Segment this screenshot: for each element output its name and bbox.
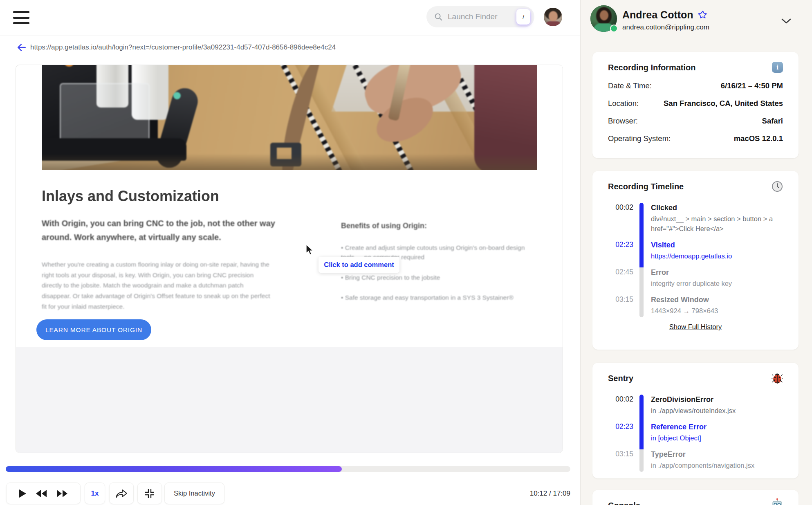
sentry-event[interactable]: 03:15 TypeError in ./app/components/navi… — [608, 449, 783, 472]
share-arrow-icon — [115, 488, 128, 499]
event-bar — [639, 267, 644, 295]
player-controls: 1x Skip Inactivity 10:12 / 17:09 — [0, 483, 580, 504]
event-title: Clicked — [651, 203, 783, 213]
event-title: Error — [651, 267, 783, 278]
user-name-text: Andrea Cotton — [622, 9, 693, 21]
search-shortcut-key: / — [516, 9, 530, 25]
video-frame[interactable]: Inlays and Customization With Origin, yo… — [16, 65, 563, 453]
fast-forward-button[interactable] — [56, 489, 68, 498]
recording-information-card: Recording Information i Date & Time: 6/1… — [592, 52, 799, 158]
collapse-icon — [144, 488, 155, 499]
search-input[interactable]: Launch Finder / — [426, 6, 534, 27]
playback-progress-fill[interactable] — [6, 466, 342, 472]
photo-layers — [42, 65, 537, 170]
event-bar — [639, 395, 644, 422]
event-title: ZeroDivisionError — [651, 395, 783, 405]
hamburger-menu-icon[interactable] — [13, 10, 29, 25]
mouse-cursor-icon — [305, 244, 314, 256]
card-title: Recording Information — [608, 63, 695, 72]
event-detail: integrity error duplicate key — [651, 278, 783, 288]
event-time: 03:15 — [608, 295, 633, 317]
top-bar: Launch Finder / — [0, 0, 580, 36]
avatar-photo — [545, 21, 561, 26]
recording-timeline-card: Recording Timeline 00:02 Clicked div#nux… — [592, 171, 799, 350]
card-title: Recording Timeline — [608, 182, 684, 191]
page-subheading: With Origin, you can bring CNC to the jo… — [42, 216, 287, 245]
info-label: Browser: — [608, 117, 638, 126]
playback-speed-button[interactable]: 1x — [85, 483, 105, 504]
event-bar — [639, 203, 644, 240]
show-full-history-link[interactable]: Show Full History — [669, 323, 722, 330]
sentry-event[interactable]: 02:23 Reference Error in [object Object] — [608, 422, 783, 449]
workstation-section: WORKSTΔTION — [16, 347, 563, 453]
info-value: San Francisco, CA, United States — [664, 99, 783, 108]
search-icon — [434, 12, 443, 21]
search-placeholder: Launch Finder — [448, 12, 516, 21]
info-label: Location: — [608, 99, 639, 108]
timeline-event[interactable]: 00:02 Clicked div#nuxt__ > main > sectio… — [608, 203, 783, 240]
url-bar: https://app.getatlas.io/auth/login?next=… — [0, 36, 580, 59]
info-icon: i — [772, 62, 783, 73]
event-time: 02:23 — [608, 422, 633, 449]
event-time: 00:02 — [608, 395, 633, 422]
benefits-list: Create and adjust simple cutouts using O… — [341, 243, 535, 313]
card-title: Console — [608, 501, 640, 505]
benefit-item: Safe storage and easy transportation in … — [341, 293, 535, 302]
event-bar — [639, 295, 644, 317]
ladybug-icon — [772, 373, 783, 384]
page-title: Inlays and Customization — [42, 188, 219, 205]
timeline-event[interactable]: 03:15 Resized Window 1443×924 → 798×643 — [608, 295, 783, 317]
share-button[interactable] — [109, 483, 134, 504]
robot-icon — [772, 498, 783, 505]
info-value: macOS 12.0.1 — [734, 134, 783, 143]
event-detail: in ./app/views/routeIndex.jsx — [651, 406, 783, 415]
favorite-star-icon[interactable] — [698, 10, 708, 20]
event-time: 02:45 — [608, 267, 633, 295]
page-paragraph: Whether you're creating a custom floorin… — [42, 259, 273, 312]
event-detail: div#nuxt__ > main > section > button > a… — [651, 214, 783, 233]
timeline-event[interactable]: 02:23 Visited https://demoapp.getatlas.i… — [608, 240, 783, 267]
sentry-event[interactable]: 00:02 ZeroDivisionError in ./app/views/r… — [608, 395, 783, 422]
event-time: 02:23 — [608, 240, 633, 267]
event-time: 03:15 — [608, 449, 633, 472]
learn-more-button[interactable]: LEARN MORE ABOUT ORIGIN — [36, 319, 151, 340]
session-replay-app: Launch Finder / https://app.getatlas.io/… — [0, 0, 812, 505]
event-title: Reference Error — [651, 422, 783, 432]
skip-inactivity-button[interactable]: Skip Inactivity — [164, 483, 224, 504]
event-bar — [639, 422, 644, 449]
video-hero-image — [42, 65, 537, 170]
chevron-down-icon[interactable] — [781, 17, 792, 25]
card-title: Sentry — [608, 373, 633, 383]
online-status-dot — [610, 25, 618, 32]
back-arrow-icon[interactable] — [16, 42, 27, 53]
add-comment-tooltip[interactable]: Click to add comment — [319, 257, 399, 273]
play-button[interactable] — [18, 489, 27, 498]
benefits-title: Benefits of using Origin: — [341, 222, 427, 230]
avatar[interactable] — [544, 8, 562, 26]
recorded-page-url: https://app.getatlas.io/auth/login?next=… — [30, 43, 336, 52]
info-label: Operating System: — [608, 134, 671, 143]
event-link[interactable]: https://demoapp.getatlas.io — [651, 251, 783, 261]
sentry-events: 00:02 ZeroDivisionError in ./app/views/r… — [608, 395, 783, 472]
avatar-photo — [600, 10, 608, 20]
event-title: TypeError — [651, 449, 783, 460]
timeline-event[interactable]: 02:45 Error integrity error duplicate ke… — [608, 267, 783, 295]
player-pane: Launch Finder / https://app.getatlas.io/… — [0, 0, 580, 505]
playback-progress-track[interactable] — [6, 466, 570, 472]
photo-layer — [42, 65, 211, 161]
rewind-button[interactable] — [35, 489, 47, 498]
collapse-view-button[interactable] — [137, 483, 162, 504]
info-row: Operating System: macOS 12.0.1 — [608, 134, 783, 143]
event-bar — [639, 449, 644, 472]
event-detail: in ./app/components/navigation.jsx — [651, 460, 783, 470]
event-title: Resized Window — [651, 295, 783, 305]
event-time: 00:02 — [608, 203, 633, 240]
event-title: Visited — [651, 240, 783, 250]
info-value: 6/16/21 – 4:50 PM — [721, 81, 783, 90]
sentry-card: Sentry 00:02 ZeroDivisionError — [592, 363, 799, 478]
user-name: Andrea Cotton — [622, 9, 708, 21]
photo-layer — [42, 154, 537, 170]
console-card: Console — [592, 490, 799, 505]
details-sidebar: Andrea Cotton andrea.cotton@rippling.com… — [580, 0, 812, 505]
user-email: andrea.cotton@rippling.com — [622, 23, 709, 31]
